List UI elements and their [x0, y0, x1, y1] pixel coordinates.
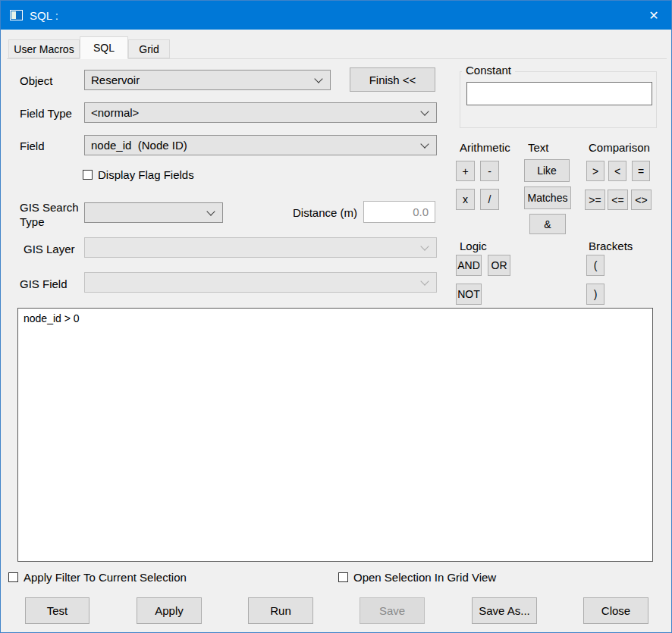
field-type-dropdown[interactable]: <normal> [84, 102, 437, 123]
lte-button[interactable]: <= [608, 190, 628, 210]
arithmetic-label: Arithmetic [460, 141, 510, 154]
gis-field-label: GIS Field [20, 277, 68, 290]
constant-groupbox: Constant [460, 71, 657, 128]
run-button[interactable]: Run [248, 597, 313, 624]
app-icon [10, 10, 23, 20]
object-label: Object [20, 74, 52, 87]
text-ops-label: Text [528, 141, 549, 154]
not-button[interactable]: NOT [456, 284, 482, 305]
open-selection-label: Open Selection In Grid View [353, 571, 496, 584]
multiply-button[interactable]: x [456, 189, 475, 210]
chevron-down-icon [420, 242, 429, 250]
apply-button[interactable]: Apply [137, 597, 202, 624]
chevron-down-icon [420, 107, 429, 115]
ampersand-button[interactable]: & [529, 214, 566, 234]
field-label: Field [20, 139, 45, 152]
gte-button[interactable]: >= [585, 190, 605, 210]
sql-dialog-window: SQL : ✕ User Macros SQL Grid Object Rese… [0, 0, 672, 633]
divide-button[interactable]: / [480, 189, 499, 210]
tab-grid[interactable]: Grid [128, 39, 170, 58]
or-button[interactable]: OR [488, 255, 510, 276]
apply-filter-checkbox[interactable]: Apply Filter To Current Selection [8, 571, 187, 584]
save-as-button[interactable]: Save As... [472, 597, 537, 624]
test-button[interactable]: Test [25, 597, 89, 624]
sql-editor[interactable]: node_id > 0 [17, 308, 653, 562]
gt-button[interactable]: > [586, 161, 604, 181]
eq-button[interactable]: = [632, 161, 650, 181]
tab-sql[interactable]: SQL [80, 36, 128, 59]
and-button[interactable]: AND [456, 255, 482, 276]
display-flag-checkbox[interactable]: Display Flag Fields [83, 168, 194, 181]
like-button[interactable]: Like [524, 159, 570, 182]
window-titlebar[interactable]: SQL : ✕ [1, 1, 671, 30]
brackets-label: Brackets [589, 240, 633, 252]
save-button: Save [360, 597, 425, 624]
distance-input[interactable] [363, 201, 435, 223]
plus-button[interactable]: + [456, 161, 475, 181]
checkbox-box[interactable] [8, 572, 18, 582]
gis-layer-dropdown [84, 237, 437, 258]
window-title: SQL : [30, 9, 58, 22]
minus-button[interactable]: - [480, 161, 499, 181]
close-icon[interactable]: ✕ [636, 1, 671, 30]
constant-input[interactable] [466, 82, 652, 105]
object-dropdown[interactable]: Reservoir [84, 70, 331, 90]
checkbox-box[interactable] [338, 572, 348, 582]
distance-label: Distance (m) [293, 206, 357, 219]
matches-button[interactable]: Matches [524, 186, 571, 209]
chevron-down-icon [206, 207, 215, 215]
gis-search-type-label: GIS SearchType [20, 200, 79, 229]
field-type-label: Field Type [20, 107, 72, 120]
finish-button[interactable]: Finish << [350, 67, 435, 92]
ne-button[interactable]: <> [631, 190, 652, 210]
display-flag-label: Display Flag Fields [98, 168, 194, 181]
checkbox-box[interactable] [83, 170, 93, 180]
chevron-down-icon [314, 74, 322, 83]
logic-label: Logic [460, 240, 487, 252]
gis-field-dropdown [84, 272, 437, 293]
gis-search-type-dropdown[interactable] [84, 202, 223, 223]
lt-button[interactable]: < [608, 161, 626, 181]
open-paren-button[interactable]: ( [586, 255, 604, 276]
chevron-down-icon [420, 277, 429, 285]
comparison-label: Comparison [589, 141, 650, 154]
close-dialog-button[interactable]: Close [583, 597, 648, 624]
constant-label: Constant [462, 64, 515, 77]
gis-layer-label: GIS Layer [24, 243, 75, 255]
field-dropdown[interactable]: node_id (Node ID) [84, 135, 437, 155]
open-selection-checkbox[interactable]: Open Selection In Grid View [338, 571, 496, 584]
tab-user-macros[interactable]: User Macros [8, 39, 80, 58]
apply-filter-label: Apply Filter To Current Selection [24, 571, 187, 584]
chevron-down-icon [420, 139, 429, 148]
close-paren-button[interactable]: ) [586, 284, 604, 305]
